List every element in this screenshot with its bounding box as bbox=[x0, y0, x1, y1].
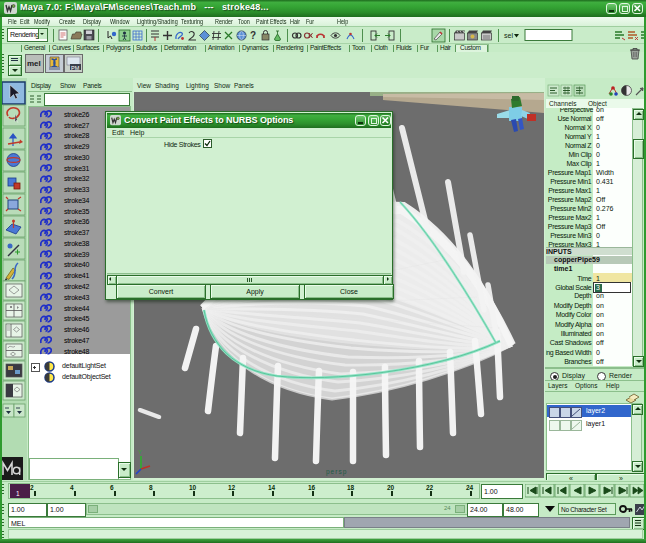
svg-text:persp: persp bbox=[326, 468, 347, 476]
svg-text:?: ? bbox=[250, 30, 256, 41]
svg-text:Y: Y bbox=[138, 449, 142, 455]
svg-text:PM: PM bbox=[71, 65, 80, 71]
svg-text:sel: sel bbox=[504, 32, 513, 39]
